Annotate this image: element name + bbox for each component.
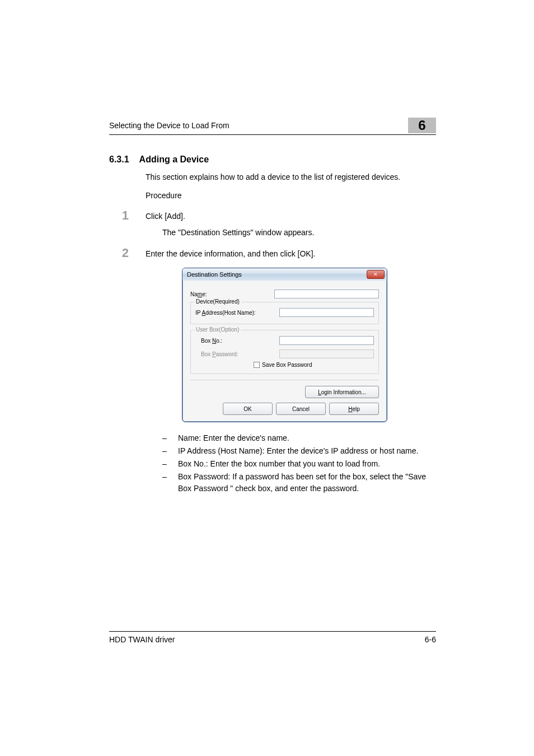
footer-right: 6-6 (425, 635, 436, 644)
chapter-number: 6 (418, 118, 425, 133)
section-title: Adding a Device (139, 155, 209, 165)
step-2: 2 Enter the device information, and then… (109, 246, 436, 260)
boxno-input[interactable] (279, 336, 374, 345)
section-number: 6.3.1 (109, 155, 129, 165)
help-button[interactable]: Help (329, 403, 379, 415)
dash-icon: – (162, 445, 168, 457)
list-item: – Name: Enter the device's name. (162, 432, 436, 444)
save-password-row: Save Box Password (254, 362, 374, 368)
chapter-number-box: 6 (408, 118, 436, 133)
boxpw-input[interactable] (279, 349, 374, 358)
step-1-sub: The "Destination Settings" window appear… (162, 227, 436, 239)
ip-label: IP Address(Host Name): (195, 310, 279, 316)
step-text: Click [Add]. (146, 208, 185, 222)
name-label: Name: (190, 291, 274, 297)
name-input[interactable] (274, 290, 379, 298)
procedure-label: Procedure (146, 190, 436, 202)
running-header: Selecting the Device to Load From 6 (109, 118, 436, 135)
bullet-text: Box No.: Enter the box number that you w… (178, 458, 380, 470)
footer-left: HDD TWAIN driver (109, 635, 175, 644)
login-info-row: Login Information... (190, 386, 379, 398)
name-row: Name: (190, 290, 379, 298)
destination-settings-dialog: Destination Settings ✕ Name: Device(Requ… (182, 268, 387, 422)
boxno-label: Box No.: (195, 338, 279, 344)
boxpw-label: Box Password: (195, 351, 279, 357)
dialog-body: Name: Device(Required) IP Address(Host N… (182, 281, 387, 422)
dialog-title: Destination Settings (187, 271, 242, 278)
section-intro: This section explains how to add a devic… (146, 171, 436, 183)
dialog-figure: Destination Settings ✕ Name: Device(Requ… (182, 268, 436, 422)
list-item: – Box Password: If a password has been s… (162, 471, 436, 494)
login-information-button[interactable]: Login Information... (305, 386, 379, 398)
step-number: 1 (109, 208, 129, 222)
user-box-legend: User Box(Option) (194, 326, 241, 333)
bullet-text: Name: Enter the device's name. (178, 432, 289, 444)
boxpw-row: Box Password: (195, 349, 374, 358)
bullet-text: Box Password: If a password has been set… (178, 471, 436, 494)
dash-icon: – (162, 471, 168, 494)
device-required-group: Device(Required) IP Address(Host Name): (190, 302, 379, 324)
dash-icon: – (162, 432, 168, 444)
step-1: 1 Click [Add]. (109, 208, 436, 222)
boxno-row: Box No.: (195, 336, 374, 345)
bullet-text: IP Address (Host Name): Enter the device… (178, 445, 418, 457)
close-button[interactable]: ✕ (367, 270, 385, 279)
step-text: Enter the device information, and then c… (146, 246, 316, 260)
ip-row: IP Address(Host Name): (195, 308, 374, 317)
save-password-label: Save Box Password (262, 362, 312, 368)
device-required-legend: Device(Required) (194, 298, 241, 305)
dialog-titlebar: Destination Settings ✕ (182, 268, 387, 281)
page-footer: HDD TWAIN driver 6-6 (109, 631, 436, 644)
field-descriptions: – Name: Enter the device's name. – IP Ad… (162, 432, 436, 494)
page: Selecting the Device to Load From 6 6.3.… (0, 0, 534, 756)
dialog-button-row: OK Cancel Help (190, 403, 379, 415)
close-icon: ✕ (373, 272, 378, 277)
cancel-button[interactable]: Cancel (276, 403, 326, 415)
step-number: 2 (109, 246, 129, 260)
ok-button[interactable]: OK (223, 403, 273, 415)
list-item: – IP Address (Host Name): Enter the devi… (162, 445, 436, 457)
list-item: – Box No.: Enter the box number that you… (162, 458, 436, 470)
user-box-group: User Box(Option) Box No.: Box Password: (190, 330, 379, 374)
save-password-checkbox[interactable] (254, 362, 260, 368)
dialog-separator (190, 380, 379, 380)
running-title: Selecting the Device to Load From (109, 121, 229, 133)
section-heading: 6.3.1 Adding a Device (109, 155, 436, 165)
dash-icon: – (162, 458, 168, 470)
ip-input[interactable] (279, 308, 374, 317)
